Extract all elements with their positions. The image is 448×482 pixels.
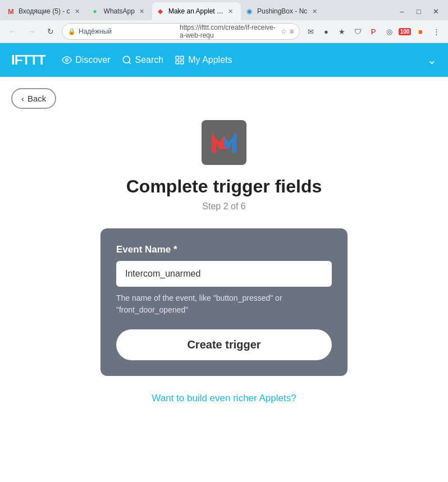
service-logo-svg [207, 126, 241, 159]
svg-marker-8 [224, 132, 236, 153]
window-controls: – □ ✕ [394, 2, 448, 20]
back-nav-button[interactable]: ← [4, 24, 20, 39]
chevron-left-icon: ‹ [21, 94, 24, 103]
pushingbox-favicon: ◉ [246, 7, 254, 15]
bookmark-icon[interactable]: ★ [335, 24, 349, 39]
search-nav-icon [122, 55, 132, 65]
eye-icon [62, 55, 72, 65]
form-card: Event Name * The name of the event, like… [100, 228, 348, 376]
nav-chevron-icon[interactable]: ⌄ [427, 53, 437, 67]
star-icon[interactable]: ☆ [281, 27, 287, 35]
main-content: ‹ Back Complete trigger fields Step 2 of… [0, 77, 448, 426]
forward-nav-button[interactable]: → [24, 24, 39, 39]
svg-rect-6 [176, 61, 179, 64]
lock-icon: 🔒 [68, 28, 76, 35]
whatsapp-tab[interactable]: ● WhatsApp ✕ [88, 2, 152, 20]
extensions-icon[interactable]: ✉ [303, 24, 318, 39]
pushingbox-tab-title: PushingBox - Nc [257, 7, 307, 15]
adblock-icon[interactable]: ■ [413, 24, 428, 39]
pushingbox-tab[interactable]: ◉ PushingBox - Nc ✕ [241, 2, 324, 20]
refresh-button[interactable]: ↻ [43, 24, 58, 39]
event-name-input[interactable] [116, 261, 332, 287]
ifttt-tab[interactable]: ◆ Make an Applet … ✕ [152, 2, 241, 20]
applets-icon [175, 55, 185, 65]
address-bar: ← → ↻ 🔒 Надёжный https://ifttt.com/creat… [0, 20, 448, 43]
field-label: Event Name * [116, 244, 332, 255]
lock-label: Надёжный [79, 27, 177, 35]
whatsapp-favicon: ● [93, 7, 101, 15]
field-hint: The name of the event, like "button_pres… [116, 292, 332, 316]
profile-icon[interactable]: ● [319, 24, 333, 39]
gmail-tab-close[interactable]: ✕ [73, 7, 82, 16]
shield-icon[interactable]: 🛡 [350, 24, 365, 39]
ifttt-tab-title: Make an Applet … [168, 7, 223, 15]
close-button[interactable]: ✕ [428, 3, 444, 19]
menu-icon[interactable]: ⋮ [429, 24, 444, 39]
whatsapp-tab-close[interactable]: ✕ [138, 7, 147, 16]
page-subtitle: Step 2 of 6 [202, 201, 245, 212]
page-title: Complete trigger fields [126, 176, 322, 197]
whatsapp-tab-title: WhatsApp [104, 7, 135, 15]
back-button[interactable]: ‹ Back [11, 88, 56, 109]
richer-applets-link[interactable]: Want to build even richer Applets? [152, 393, 296, 404]
gmail-tab-title: Входящие (5) - с [19, 7, 70, 15]
gmail-tab[interactable]: M Входящие (5) - с ✕ [2, 2, 88, 20]
url-bar[interactable]: 🔒 Надёжный https://ifttt.com/create/if-r… [62, 23, 300, 40]
svg-point-1 [123, 56, 130, 63]
pinterest-icon[interactable]: P [366, 24, 381, 39]
nav-search[interactable]: Search [122, 55, 164, 65]
svg-rect-5 [181, 61, 184, 64]
reading-mode-icon[interactable]: ≡ [290, 27, 294, 35]
ifttt-logo[interactable]: IFTTT [11, 52, 45, 68]
nav-my-applets[interactable]: My Applets [175, 55, 232, 65]
pushingbox-tab-close[interactable]: ✕ [310, 7, 319, 16]
create-trigger-button[interactable]: Create trigger [116, 329, 332, 360]
tab-bar: M Входящие (5) - с ✕ ● WhatsApp ✕ ◆ Make… [0, 0, 448, 20]
url-text: https://ifttt.com/create/if-receive-a-we… [180, 24, 278, 39]
svg-rect-3 [176, 56, 179, 59]
restore-button[interactable]: □ [411, 3, 427, 19]
svg-point-0 [66, 59, 68, 62]
vpn-icon[interactable]: ◎ [382, 24, 396, 39]
ifttt-tab-close[interactable]: ✕ [226, 7, 235, 16]
svg-rect-4 [181, 56, 184, 59]
service-icon [202, 120, 246, 165]
gmail-favicon: M [8, 7, 16, 15]
toolbar-icons: ✉ ● ★ 🛡 P ◎ 100 ■ ⋮ [303, 24, 444, 39]
minimize-button[interactable]: – [394, 3, 410, 19]
abp-icon[interactable]: 100 [397, 24, 412, 39]
svg-line-2 [129, 62, 130, 63]
ifttt-favicon: ◆ [158, 7, 166, 15]
ifttt-navbar: IFTTT Discover Search My Applets ⌄ [0, 43, 448, 77]
nav-discover[interactable]: Discover [62, 55, 110, 65]
